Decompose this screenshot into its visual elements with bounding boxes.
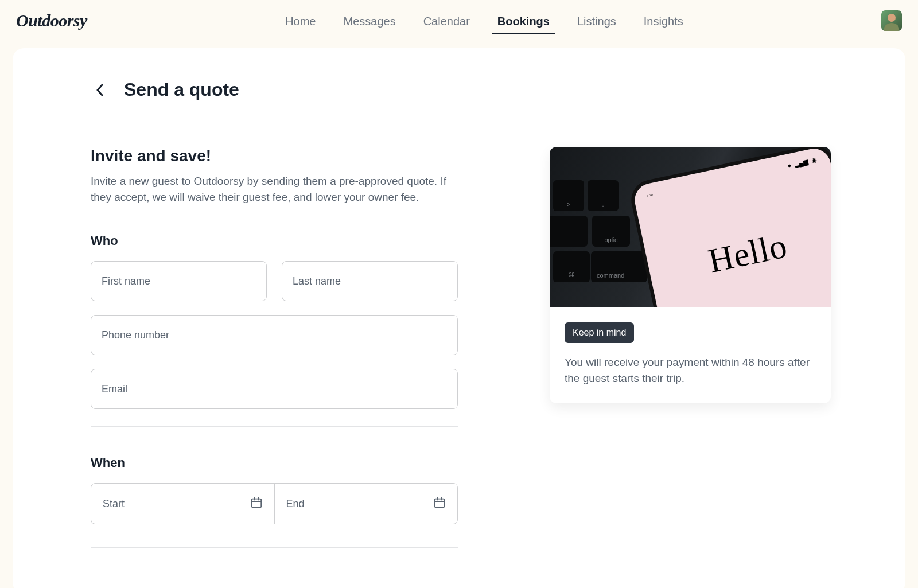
last-name-placeholder: Last name: [293, 275, 341, 287]
page-title: Send a quote: [124, 79, 239, 100]
email-input[interactable]: Email: [91, 369, 458, 409]
info-column: > . ⌘ command optic ◦◦◦● ▂▄▆ ◉ Hello: [550, 147, 831, 548]
email-placeholder: Email: [102, 383, 127, 395]
top-nav: Outdoorsy Home Messages Calendar Booking…: [0, 0, 918, 41]
intro-body: Invite a new guest to Outdoorsy by sendi…: [91, 173, 458, 205]
calendar-icon: [433, 496, 446, 512]
end-placeholder: End: [286, 498, 305, 510]
nav-calendar[interactable]: Calendar: [421, 3, 472, 38]
intro-heading: Invite and save!: [91, 147, 458, 165]
info-text: You will receive your payment within 48 …: [565, 355, 816, 386]
calendar-icon: [250, 496, 263, 512]
page-card: Send a quote Invite and save! Invite a n…: [13, 48, 905, 588]
nav-insights[interactable]: Insights: [641, 3, 686, 38]
info-card: > . ⌘ command optic ◦◦◦● ▂▄▆ ◉ Hello: [550, 147, 831, 403]
svg-rect-1: [435, 499, 445, 507]
nav-messages[interactable]: Messages: [341, 3, 398, 38]
brand-logo[interactable]: Outdoorsy: [16, 11, 87, 30]
divider: [91, 426, 458, 427]
who-section-label: Who: [91, 233, 458, 248]
first-name-placeholder: First name: [102, 275, 150, 287]
nav-bookings[interactable]: Bookings: [495, 3, 552, 38]
first-name-input[interactable]: First name: [91, 261, 267, 301]
info-card-hero: > . ⌘ command optic ◦◦◦● ▂▄▆ ◉ Hello: [550, 147, 831, 307]
avatar[interactable]: [881, 10, 902, 31]
hero-word: Hello: [646, 213, 831, 294]
svg-rect-0: [251, 499, 261, 507]
end-date-input[interactable]: End: [274, 484, 458, 524]
start-date-input[interactable]: Start: [91, 484, 274, 524]
date-range: Start End: [91, 483, 458, 524]
phone-placeholder: Phone number: [102, 329, 169, 341]
phone-illustration: ◦◦◦● ▂▄▆ ◉ Hello: [628, 147, 831, 307]
nav-links: Home Messages Calendar Bookings Listings…: [283, 3, 686, 38]
start-placeholder: Start: [103, 498, 125, 510]
back-button[interactable]: [91, 81, 109, 99]
info-badge: Keep in mind: [565, 322, 634, 343]
divider: [91, 547, 458, 548]
when-section-label: When: [91, 455, 458, 470]
nav-listings[interactable]: Listings: [575, 3, 619, 38]
phone-input[interactable]: Phone number: [91, 315, 458, 355]
nav-home[interactable]: Home: [283, 3, 318, 38]
last-name-input[interactable]: Last name: [282, 261, 458, 301]
form-column: Invite and save! Invite a new guest to O…: [91, 147, 458, 548]
title-row: Send a quote: [91, 79, 827, 120]
chevron-left-icon: [96, 84, 104, 96]
